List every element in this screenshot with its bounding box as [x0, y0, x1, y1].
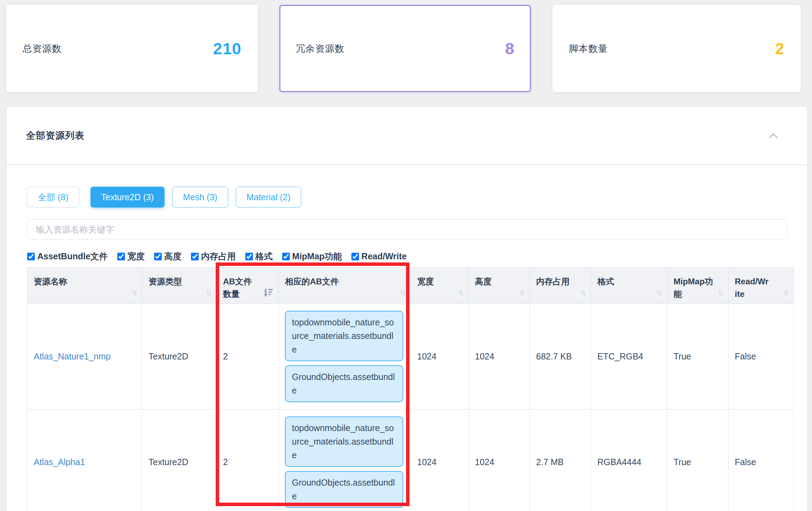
- column-header-width: 宽度 ↑↓: [411, 268, 469, 304]
- asset-type-cell: Texture2D: [142, 409, 217, 511]
- column-label: 相应的AB文件: [285, 275, 405, 288]
- tab-all[interactable]: 全部 (8): [27, 187, 79, 208]
- table-row: Atlas_Alpha1 Texture2D 2 topdownmobile_n…: [27, 409, 794, 511]
- asset-type-cell: Texture2D: [142, 304, 217, 409]
- column-label: 资源名称: [34, 275, 136, 288]
- column-header-ab-count: AB文件数量: [217, 268, 279, 304]
- panel-body: 全部 (8) Texture2D (3) Mesh (3) Material (…: [7, 165, 807, 511]
- ab-count-cell: 2: [217, 409, 279, 511]
- column-header-ab-files: 相应的AB文件 ↑↓: [279, 268, 411, 304]
- ab-count-cell: 2: [217, 304, 279, 409]
- sort-icon[interactable]: ↑↓: [519, 286, 525, 299]
- sort-icon[interactable]: ↑↓: [206, 286, 212, 299]
- column-label: Read/Write: [735, 275, 770, 300]
- checkbox[interactable]: [154, 253, 162, 260]
- sort-icon[interactable]: ↑↓: [717, 286, 724, 299]
- stat-card-redundant-assets[interactable]: 冗余资源数 8: [279, 5, 531, 92]
- asset-name-link[interactable]: Atlas_Alpha1: [34, 457, 85, 467]
- filter-label: 格式: [255, 251, 273, 262]
- asset-list-panel: 全部资源列表 全部 (8) Texture2D (3) Mesh (3) Mat…: [7, 107, 807, 511]
- filter-memory[interactable]: 内存占用: [191, 251, 236, 262]
- sort-icon[interactable]: ↑↓: [457, 286, 464, 299]
- checkbox[interactable]: [117, 253, 125, 260]
- filter-mipmap[interactable]: MipMap功能: [282, 251, 342, 262]
- stat-card-value: 210: [213, 39, 241, 58]
- checkbox[interactable]: [351, 253, 359, 260]
- sort-icon[interactable]: ↑↓: [131, 286, 138, 299]
- sort-amount-desc-icon[interactable]: [264, 288, 273, 298]
- mipmap-cell: True: [667, 409, 729, 511]
- filter-label: Read/Write: [361, 251, 407, 261]
- filter-label: 内存占用: [201, 251, 236, 262]
- ab-file-tag: topdownmobile_nature_source_materials.as…: [285, 311, 403, 361]
- asset-name-search-input[interactable]: [27, 219, 788, 240]
- column-label: MipMap功能: [674, 275, 715, 300]
- readwrite-cell: False: [729, 304, 794, 409]
- format-cell: RGBA4444: [591, 409, 667, 511]
- stat-card-value: 8: [505, 39, 515, 58]
- checkbox[interactable]: [282, 253, 290, 260]
- column-header-readwrite: Read/Write ↑↓: [729, 268, 794, 304]
- table-header-row: 资源名称 ↑↓ 资源类型 ↑↓ AB文件数量: [27, 268, 794, 304]
- memory-cell: 682.7 KB: [530, 304, 591, 409]
- height-cell: 1024: [469, 409, 530, 511]
- table-row: Atlas_Nature1_nmp Texture2D 2 topdownmob…: [27, 304, 794, 409]
- height-cell: 1024: [469, 304, 530, 409]
- panel-title: 全部资源列表: [26, 129, 85, 142]
- stat-card-label: 总资源数: [23, 42, 62, 55]
- filter-width[interactable]: 宽度: [117, 251, 145, 262]
- filter-height[interactable]: 高度: [154, 251, 182, 262]
- ab-file-tag: topdownmobile_nature_source_materials.as…: [285, 416, 403, 467]
- tab-mesh[interactable]: Mesh (3): [172, 187, 228, 208]
- collapse-panel-button[interactable]: [767, 131, 779, 140]
- checkbox[interactable]: [191, 253, 199, 260]
- tab-material[interactable]: Material (2): [236, 187, 301, 208]
- filter-label: 宽度: [127, 251, 145, 262]
- filter-format[interactable]: 格式: [245, 251, 273, 262]
- column-label: 格式: [597, 275, 661, 288]
- tab-texture2d[interactable]: Texture2D (3): [90, 187, 165, 208]
- ab-files-cell: topdownmobile_nature_source_materials.as…: [279, 304, 411, 409]
- column-label: 宽度: [417, 275, 463, 288]
- column-header-mipmap: MipMap功能 ↑↓: [667, 268, 729, 304]
- filter-label: 高度: [164, 251, 182, 262]
- memory-cell: 2.7 MB: [530, 409, 591, 511]
- width-cell: 1024: [411, 409, 469, 511]
- filter-readwrite[interactable]: Read/Write: [351, 251, 407, 261]
- stat-card-label: 脚本数量: [569, 42, 608, 55]
- ab-file-tag: GroundObjects.assetbundle: [285, 471, 403, 508]
- stat-card-label: 冗余资源数: [296, 42, 344, 55]
- column-label: AB文件数量: [223, 275, 258, 300]
- column-label: 高度: [475, 275, 524, 288]
- readwrite-cell: False: [729, 409, 794, 511]
- mipmap-cell: True: [667, 304, 729, 409]
- sort-icon[interactable]: ↑↓: [400, 286, 406, 299]
- format-cell: ETC_RGB4: [591, 304, 667, 409]
- stat-cards: 总资源数 210 冗余资源数 8 脚本数量 2: [6, 5, 801, 92]
- sort-icon[interactable]: ↑↓: [783, 286, 789, 299]
- ab-file-tag: GroundObjects.assetbundle: [285, 365, 403, 402]
- column-header-memory: 内存占用 ↑↓: [530, 268, 591, 304]
- column-header-type: 资源类型 ↑↓: [142, 268, 217, 304]
- width-cell: 1024: [411, 304, 469, 409]
- filter-assetbundle-file[interactable]: AssetBundle文件: [27, 251, 108, 262]
- type-filter-tabs: 全部 (8) Texture2D (3) Mesh (3) Material (…: [27, 187, 807, 208]
- column-label: 资源类型: [149, 275, 211, 288]
- checkbox[interactable]: [245, 253, 253, 260]
- column-header-format: 格式 ↑↓: [591, 268, 667, 304]
- sort-icon[interactable]: ↑↓: [656, 286, 663, 299]
- filter-label: MipMap功能: [292, 251, 342, 262]
- panel-header: 全部资源列表: [7, 107, 807, 165]
- asset-name-link[interactable]: Atlas_Nature1_nmp: [34, 351, 111, 361]
- stat-card-value: 2: [775, 39, 785, 58]
- ab-files-cell: topdownmobile_nature_source_materials.as…: [279, 409, 411, 511]
- sort-icon[interactable]: ↑↓: [580, 286, 587, 299]
- chevron-up-icon: [767, 131, 779, 140]
- asset-table: 资源名称 ↑↓ 资源类型 ↑↓ AB文件数量: [27, 267, 794, 511]
- checkbox[interactable]: [27, 253, 35, 260]
- stat-card-script-count[interactable]: 脚本数量 2: [552, 5, 801, 92]
- stat-card-total-assets[interactable]: 总资源数 210: [6, 5, 258, 92]
- column-header-name: 资源名称 ↑↓: [27, 268, 142, 304]
- column-header-height: 高度 ↑↓: [469, 268, 530, 304]
- column-filters: AssetBundle文件 宽度 高度 内存占用 格式 MipMap功能: [27, 251, 807, 262]
